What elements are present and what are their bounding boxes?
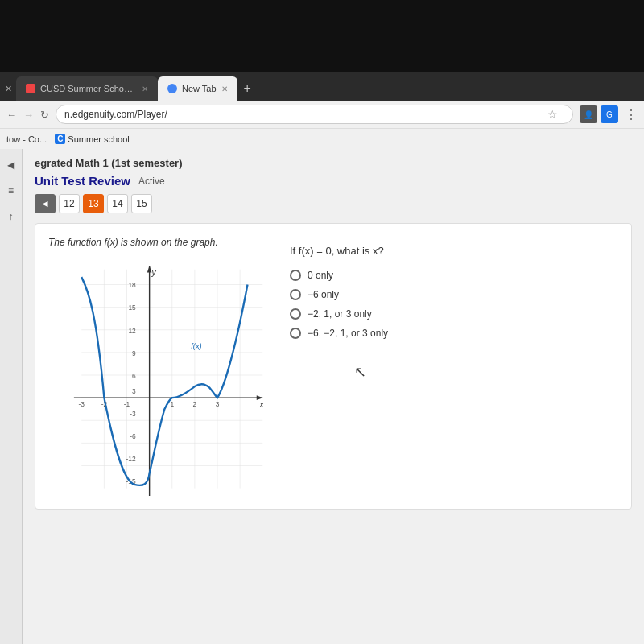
function-graph: y x 18 15 12 9 6 3 -3 -6 -1: [48, 254, 266, 496]
svg-text:6: 6: [132, 372, 136, 380]
svg-text:f(x): f(x): [191, 342, 202, 350]
radio-0only[interactable]: [290, 270, 301, 281]
tab-close-cusd[interactable]: ✕: [142, 85, 148, 93]
active-badge: Active: [138, 175, 165, 187]
sidebar-icon-up[interactable]: ↑: [3, 208, 19, 225]
option-neg6-neg2-1-3[interactable]: −6, −2, 1, or 3 only: [290, 328, 618, 339]
svg-text:2: 2: [193, 400, 197, 408]
tab-favicon-newtab: [167, 84, 177, 93]
prev-page-button[interactable]: ◄: [35, 194, 56, 213]
option-neg2-1-3[interactable]: −2, 1, or 3 only: [290, 308, 618, 320]
dark-background: ✕ CUSD Summer School Integrate... ✕ New …: [0, 0, 644, 149]
page-btn-15[interactable]: 15: [131, 194, 152, 213]
option-neg6-neg2-1-3-label: −6, −2, 1, or 3 only: [308, 328, 388, 339]
browser-chrome: ✕ CUSD Summer School Integrate... ✕ New …: [0, 72, 644, 149]
tab-label-cusd: CUSD Summer School Integrate...: [40, 84, 137, 93]
pagination: ◄ 12 13 14 15: [35, 194, 632, 213]
svg-text:-6: -6: [130, 432, 136, 440]
tab-cusd[interactable]: CUSD Summer School Integrate... ✕: [16, 76, 158, 101]
address-bar-row: ← → ↻ n.edgenuity.com/Player/ ☆ 👤 G ⋮: [0, 101, 644, 128]
extension-icon[interactable]: G: [601, 105, 618, 123]
browser-icons: 👤 G: [580, 105, 618, 123]
page-btn-12[interactable]: 12: [59, 194, 80, 213]
quiz-card: The function f(x) is shown on the graph.: [35, 223, 632, 510]
new-tab-button[interactable]: +: [237, 81, 258, 96]
bookmark-star-icon[interactable]: ☆: [547, 108, 564, 121]
svg-text:12: 12: [128, 327, 136, 335]
svg-text:-3: -3: [79, 400, 85, 408]
svg-text:18: 18: [128, 281, 136, 289]
option-neg6only[interactable]: −6 only: [290, 289, 618, 300]
main-content: ◀ ≡ ↑ egrated Math 1 (1st semester) Unit…: [0, 149, 644, 644]
bookmark-summer[interactable]: C Summer school: [55, 134, 130, 144]
svg-text:15: 15: [128, 303, 136, 312]
sidebar: ◀ ≡ ↑: [0, 149, 23, 644]
graph-section: The function f(x) is shown on the graph.: [48, 237, 274, 496]
tab-label-newtab: New Tab: [182, 84, 217, 93]
option-neg2-1-3-label: −2, 1, or 3 only: [308, 308, 372, 320]
graph-container: y x 18 15 12 9 6 3 -3 -6 -1: [48, 254, 266, 496]
radio-neg6-neg2-1-3[interactable]: [290, 328, 301, 339]
address-bar[interactable]: n.edgenuity.com/Player/ ☆: [56, 105, 573, 124]
profile-icon[interactable]: 👤: [580, 105, 597, 123]
svg-text:x: x: [259, 400, 265, 409]
address-text: n.edgenuity.com/Player/: [64, 109, 167, 120]
svg-text:-1: -1: [124, 400, 130, 408]
question-section: If f(x) = 0, what is x? 0 only −6 only −…: [290, 237, 618, 496]
tab-newtab[interactable]: New Tab ✕: [158, 76, 237, 101]
sidebar-icon-back[interactable]: ◀: [3, 157, 19, 173]
question-text: If f(x) = 0, what is x?: [290, 245, 618, 257]
option-neg6only-label: −6 only: [308, 289, 339, 300]
svg-text:-3: -3: [130, 410, 136, 418]
tab-close-x[interactable]: ✕: [5, 84, 12, 94]
radio-neg2-1-3[interactable]: [290, 308, 301, 320]
option-0only[interactable]: 0 only: [290, 270, 618, 281]
bookmark-tow-label: tow - Co...: [6, 134, 47, 144]
cursor-arrow: ↖: [354, 363, 366, 381]
svg-marker-18: [257, 395, 263, 400]
bookmarks-bar: tow - Co... C Summer school: [0, 128, 644, 149]
tab-favicon-cusd: [26, 84, 35, 93]
svg-text:9: 9: [132, 349, 136, 357]
svg-text:3: 3: [216, 400, 220, 408]
svg-text:y: y: [151, 268, 156, 277]
bookmark-tow[interactable]: tow - Co...: [6, 134, 47, 144]
content-area: egrated Math 1 (1st semester) Unit Test …: [23, 149, 644, 644]
forward-button[interactable]: →: [23, 109, 34, 121]
option-0only-label: 0 only: [308, 270, 333, 281]
tab-close-newtab[interactable]: ✕: [221, 85, 228, 93]
review-header: Unit Test Review Active: [35, 174, 632, 188]
svg-text:3: 3: [132, 387, 136, 395]
svg-text:1: 1: [170, 400, 174, 408]
bookmark-summer-label: Summer school: [68, 134, 129, 144]
radio-neg6only[interactable]: [290, 289, 301, 300]
sidebar-icon-menu[interactable]: ≡: [3, 183, 19, 199]
svg-text:-12: -12: [126, 455, 136, 463]
review-title: Unit Test Review: [35, 174, 130, 188]
course-title: egrated Math 1 (1st semester): [35, 157, 632, 169]
bookmark-summer-icon: C: [55, 134, 65, 144]
menu-icon[interactable]: ⋮: [625, 107, 638, 122]
page-btn-13[interactable]: 13: [83, 194, 104, 213]
refresh-button[interactable]: ↻: [40, 109, 49, 121]
back-button[interactable]: ←: [6, 109, 17, 121]
tab-bar: ✕ CUSD Summer School Integrate... ✕ New …: [0, 72, 644, 101]
graph-description: The function f(x) is shown on the graph.: [48, 237, 274, 248]
page-btn-14[interactable]: 14: [107, 194, 128, 213]
